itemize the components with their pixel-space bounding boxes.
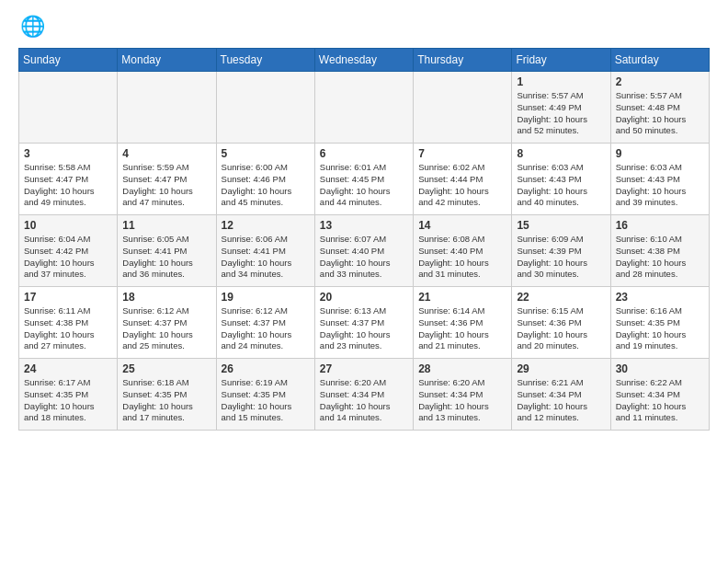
cell-day-number: 11 xyxy=(122,219,210,232)
cell-info-text: Sunrise: 6:22 AM Sunset: 4:34 PM Dayligh… xyxy=(616,377,704,424)
cell-day-number: 3 xyxy=(24,147,112,160)
calendar-cell: 6Sunrise: 6:01 AM Sunset: 4:45 PM Daylig… xyxy=(314,144,413,215)
cell-info-text: Sunrise: 6:14 AM Sunset: 4:36 PM Dayligh… xyxy=(418,305,506,352)
cell-day-number: 20 xyxy=(320,291,408,304)
page-header: 🌐 xyxy=(18,15,710,40)
cell-day-number: 30 xyxy=(616,362,704,375)
cell-day-number: 13 xyxy=(320,219,408,232)
logo: 🌐 xyxy=(18,15,48,40)
cell-day-number: 15 xyxy=(517,219,605,232)
column-header-wednesday: Wednesday xyxy=(314,49,413,72)
calendar-cell: 4Sunrise: 5:59 AM Sunset: 4:47 PM Daylig… xyxy=(118,144,216,215)
cell-day-number: 16 xyxy=(616,219,704,232)
calendar-week-4: 17Sunrise: 6:11 AM Sunset: 4:38 PM Dayli… xyxy=(19,287,710,359)
cell-info-text: Sunrise: 6:08 AM Sunset: 4:40 PM Dayligh… xyxy=(418,234,506,281)
calendar-cell: 22Sunrise: 6:15 AM Sunset: 4:36 PM Dayli… xyxy=(512,287,610,359)
calendar-header: SundayMondayTuesdayWednesdayThursdayFrid… xyxy=(19,49,710,72)
cell-day-number: 10 xyxy=(24,219,112,232)
column-header-thursday: Thursday xyxy=(414,49,512,72)
cell-day-number: 7 xyxy=(418,147,506,160)
cell-info-text: Sunrise: 6:13 AM Sunset: 4:37 PM Dayligh… xyxy=(320,305,408,352)
cell-info-text: Sunrise: 6:09 AM Sunset: 4:39 PM Dayligh… xyxy=(517,234,605,281)
cell-info-text: Sunrise: 6:17 AM Sunset: 4:35 PM Dayligh… xyxy=(24,377,112,424)
svg-text:🌐: 🌐 xyxy=(20,15,44,39)
cell-day-number: 19 xyxy=(222,291,310,304)
column-header-friday: Friday xyxy=(512,49,610,72)
cell-info-text: Sunrise: 6:02 AM Sunset: 4:44 PM Dayligh… xyxy=(418,162,506,209)
cell-info-text: Sunrise: 5:57 AM Sunset: 4:49 PM Dayligh… xyxy=(517,90,605,137)
column-header-tuesday: Tuesday xyxy=(216,49,314,72)
calendar-cell: 19Sunrise: 6:12 AM Sunset: 4:37 PM Dayli… xyxy=(216,287,314,359)
cell-day-number: 4 xyxy=(122,147,210,160)
cell-info-text: Sunrise: 6:12 AM Sunset: 4:37 PM Dayligh… xyxy=(122,305,210,352)
cell-info-text: Sunrise: 6:01 AM Sunset: 4:45 PM Dayligh… xyxy=(320,162,408,209)
calendar-week-5: 24Sunrise: 6:17 AM Sunset: 4:35 PM Dayli… xyxy=(19,359,710,431)
calendar-cell: 10Sunrise: 6:04 AM Sunset: 4:42 PM Dayli… xyxy=(19,215,118,287)
cell-day-number: 2 xyxy=(616,75,704,88)
cell-info-text: Sunrise: 5:57 AM Sunset: 4:48 PM Dayligh… xyxy=(616,90,704,137)
calendar-cell: 15Sunrise: 6:09 AM Sunset: 4:39 PM Dayli… xyxy=(512,215,610,287)
calendar-cell: 3Sunrise: 5:58 AM Sunset: 4:47 PM Daylig… xyxy=(19,144,118,215)
cell-info-text: Sunrise: 5:58 AM Sunset: 4:47 PM Dayligh… xyxy=(24,162,112,209)
cell-day-number: 27 xyxy=(320,362,408,375)
cell-info-text: Sunrise: 6:04 AM Sunset: 4:42 PM Dayligh… xyxy=(24,234,112,281)
cell-info-text: Sunrise: 6:06 AM Sunset: 4:41 PM Dayligh… xyxy=(222,234,310,281)
cell-info-text: Sunrise: 6:03 AM Sunset: 4:43 PM Dayligh… xyxy=(616,162,704,209)
cell-day-number: 8 xyxy=(517,147,605,160)
cell-day-number: 28 xyxy=(418,362,506,375)
cell-info-text: Sunrise: 6:07 AM Sunset: 4:40 PM Dayligh… xyxy=(320,234,408,281)
calendar-week-1: 1Sunrise: 5:57 AM Sunset: 4:49 PM Daylig… xyxy=(19,72,710,144)
cell-day-number: 5 xyxy=(222,147,310,160)
column-header-sunday: Sunday xyxy=(19,49,118,72)
calendar-week-2: 3Sunrise: 5:58 AM Sunset: 4:47 PM Daylig… xyxy=(19,144,710,215)
calendar-cell xyxy=(414,72,512,144)
calendar-cell: 11Sunrise: 6:05 AM Sunset: 4:41 PM Dayli… xyxy=(118,215,216,287)
calendar-week-3: 10Sunrise: 6:04 AM Sunset: 4:42 PM Dayli… xyxy=(19,215,710,287)
calendar-cell: 13Sunrise: 6:07 AM Sunset: 4:40 PM Dayli… xyxy=(314,215,413,287)
cell-info-text: Sunrise: 6:11 AM Sunset: 4:38 PM Dayligh… xyxy=(24,305,112,352)
cell-day-number: 26 xyxy=(222,362,310,375)
calendar-cell xyxy=(118,72,216,144)
calendar-cell: 26Sunrise: 6:19 AM Sunset: 4:35 PM Dayli… xyxy=(216,359,314,431)
calendar-cell: 18Sunrise: 6:12 AM Sunset: 4:37 PM Dayli… xyxy=(118,287,216,359)
cell-day-number: 17 xyxy=(24,291,112,304)
cell-info-text: Sunrise: 6:03 AM Sunset: 4:43 PM Dayligh… xyxy=(517,162,605,209)
calendar-cell: 24Sunrise: 6:17 AM Sunset: 4:35 PM Dayli… xyxy=(19,359,118,431)
calendar-cell: 25Sunrise: 6:18 AM Sunset: 4:35 PM Dayli… xyxy=(118,359,216,431)
cell-info-text: Sunrise: 6:15 AM Sunset: 4:36 PM Dayligh… xyxy=(517,305,605,352)
cell-day-number: 25 xyxy=(122,362,210,375)
calendar-cell: 12Sunrise: 6:06 AM Sunset: 4:41 PM Dayli… xyxy=(216,215,314,287)
calendar-cell: 21Sunrise: 6:14 AM Sunset: 4:36 PM Dayli… xyxy=(414,287,512,359)
calendar-table: SundayMondayTuesdayWednesdayThursdayFrid… xyxy=(18,48,710,431)
column-header-monday: Monday xyxy=(118,49,216,72)
calendar-cell xyxy=(19,72,118,144)
cell-day-number: 1 xyxy=(517,75,605,88)
cell-day-number: 18 xyxy=(122,291,210,304)
calendar-cell: 8Sunrise: 6:03 AM Sunset: 4:43 PM Daylig… xyxy=(512,144,610,215)
cell-info-text: Sunrise: 6:19 AM Sunset: 4:35 PM Dayligh… xyxy=(222,377,310,424)
cell-day-number: 22 xyxy=(517,291,605,304)
calendar-cell: 29Sunrise: 6:21 AM Sunset: 4:34 PM Dayli… xyxy=(512,359,610,431)
calendar-cell xyxy=(314,72,413,144)
calendar-cell: 7Sunrise: 6:02 AM Sunset: 4:44 PM Daylig… xyxy=(414,144,512,215)
cell-info-text: Sunrise: 6:16 AM Sunset: 4:35 PM Dayligh… xyxy=(616,305,704,352)
cell-info-text: Sunrise: 6:12 AM Sunset: 4:37 PM Dayligh… xyxy=(222,305,310,352)
calendar-cell: 9Sunrise: 6:03 AM Sunset: 4:43 PM Daylig… xyxy=(610,144,709,215)
cell-day-number: 23 xyxy=(616,291,704,304)
calendar-cell: 30Sunrise: 6:22 AM Sunset: 4:34 PM Dayli… xyxy=(610,359,709,431)
calendar-cell: 20Sunrise: 6:13 AM Sunset: 4:37 PM Dayli… xyxy=(314,287,413,359)
cell-info-text: Sunrise: 6:00 AM Sunset: 4:46 PM Dayligh… xyxy=(222,162,310,209)
cell-info-text: Sunrise: 6:05 AM Sunset: 4:41 PM Dayligh… xyxy=(122,234,210,281)
calendar-cell: 23Sunrise: 6:16 AM Sunset: 4:35 PM Dayli… xyxy=(610,287,709,359)
cell-day-number: 9 xyxy=(616,147,704,160)
calendar-cell: 27Sunrise: 6:20 AM Sunset: 4:34 PM Dayli… xyxy=(314,359,413,431)
cell-day-number: 21 xyxy=(418,291,506,304)
cell-info-text: Sunrise: 6:18 AM Sunset: 4:35 PM Dayligh… xyxy=(122,377,210,424)
cell-day-number: 29 xyxy=(517,362,605,375)
cell-day-number: 14 xyxy=(418,219,506,232)
calendar-body: 1Sunrise: 5:57 AM Sunset: 4:49 PM Daylig… xyxy=(19,72,710,431)
cell-info-text: Sunrise: 5:59 AM Sunset: 4:47 PM Dayligh… xyxy=(122,162,210,209)
calendar-cell: 5Sunrise: 6:00 AM Sunset: 4:46 PM Daylig… xyxy=(216,144,314,215)
cell-day-number: 6 xyxy=(320,147,408,160)
calendar-cell xyxy=(216,72,314,144)
